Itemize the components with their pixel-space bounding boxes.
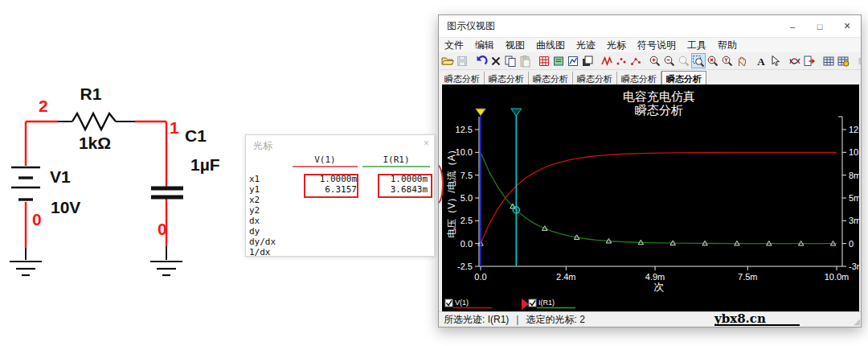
cursor-value-v1	[293, 247, 360, 257]
y-left-tick-label: -2.5	[457, 262, 473, 271]
minimize-button[interactable]: –	[779, 15, 806, 37]
page-properties-icon[interactable]	[551, 53, 566, 68]
resize-grip[interactable]: ◢	[854, 317, 860, 326]
text-icon[interactable]: A	[754, 53, 768, 68]
cursor-value-v1	[293, 205, 360, 216]
x-tick-label: 4.9m	[645, 272, 665, 282]
menu-item-8[interactable]: 帮助	[712, 39, 743, 52]
overlay-icon[interactable]	[580, 53, 595, 68]
y-right-tick-label: 10m	[849, 147, 859, 157]
copy-icon[interactable]	[503, 53, 518, 68]
highlight-box-v1	[304, 174, 358, 198]
cursor-row-1-dx: 1/dx	[249, 247, 432, 257]
select-icon[interactable]	[768, 53, 783, 68]
status-selected-cursor: 选定的光标: 2	[526, 313, 584, 327]
cursor-value-v1	[293, 216, 360, 226]
cursor-flag-icon	[511, 109, 522, 116]
menu-item-6[interactable]: 符号说明	[632, 39, 682, 52]
menu-item-5[interactable]: 光标	[601, 39, 632, 52]
cursor-2[interactable]	[476, 109, 486, 266]
tab-transient-analysis-3[interactable]: 瞬态分析	[529, 72, 573, 84]
menu-item-2[interactable]: 视图	[500, 39, 530, 52]
resistor-value-label: 1kΩ	[79, 134, 111, 152]
menu-item-3[interactable]: 曲线图	[530, 39, 571, 52]
color-swatch-icon	[855, 53, 862, 68]
net-label-1: 1	[170, 118, 179, 137]
y-left-tick-label: 0.0	[461, 239, 473, 249]
net-label-2: 2	[39, 97, 48, 115]
zoom-x-icon[interactable]	[706, 53, 720, 68]
cursor-row-label: dy	[249, 226, 293, 237]
tab-transient-analysis-4[interactable]: 瞬态分析	[573, 72, 617, 84]
y-right-tick-label: 12m	[849, 125, 859, 134]
menu-bar: 文件编辑视图曲线图光迹光标符号说明工具帮助	[439, 38, 861, 52]
status-selected-trace: 所选光迹: I(R1)	[439, 313, 509, 327]
cursor-value-v1	[293, 237, 360, 247]
capacitor-ref-label: C1	[185, 126, 207, 145]
zoom-y-icon[interactable]	[720, 53, 735, 68]
maximize-button[interactable]: □	[806, 15, 833, 37]
legend-label: V(1)	[455, 299, 469, 307]
cursor-row-label: y2	[249, 205, 293, 216]
tab-transient-analysis-2[interactable]: 瞬态分析	[485, 72, 529, 84]
net-label-0-left: 0	[32, 210, 42, 229]
legend-ir1[interactable]: I(R1)	[529, 299, 575, 308]
zoom-area-icon[interactable]	[691, 53, 706, 68]
show-line-points-icon[interactable]	[628, 53, 643, 68]
menu-item-0[interactable]: 文件	[439, 39, 469, 52]
cursor-value-ir1	[360, 226, 431, 237]
tab-bar: 瞬态分析瞬态分析瞬态分析瞬态分析瞬态分析瞬态分析	[439, 70, 861, 84]
open-icon[interactable]	[440, 53, 455, 68]
show-line-icon[interactable]	[600, 53, 614, 68]
x-tick-label: 0.0	[474, 272, 486, 282]
ground-left	[10, 262, 42, 275]
grapher-window: 图示仪视图 – □ ✕ 文件编辑视图曲线图光迹光标符号说明工具帮助 A 瞬态分析…	[438, 14, 862, 327]
status-divider: |	[516, 314, 518, 325]
show-points-icon[interactable]	[614, 53, 628, 68]
y-right-tick-label: 0	[849, 239, 854, 249]
cursor-value-ir1	[360, 216, 431, 226]
watermark: ybx8.cn	[714, 312, 800, 326]
chart-title: 电容充电仿真	[623, 89, 695, 103]
menu-item-4[interactable]: 光迹	[571, 39, 601, 52]
cursor-row-label: y1	[249, 184, 293, 195]
cursor-panel-title: 光标	[253, 139, 272, 153]
circuit-schematic: R1 1kΩ C1 1µF V1 10V 2 1 0 0	[8, 72, 241, 286]
y-left-tick-label: 12.5	[456, 125, 473, 134]
selected-trace-arrow-icon	[522, 299, 529, 310]
close-icon[interactable]: ×	[424, 138, 429, 149]
zoom-in-icon[interactable]	[648, 53, 662, 68]
net-label-0-right: 0	[158, 220, 167, 238]
export-excel-icon[interactable]	[836, 53, 850, 68]
menu-item-7[interactable]: 工具	[682, 39, 712, 52]
overlay-traces-icon[interactable]	[788, 53, 802, 68]
y-left-tick-label: 10.0	[456, 147, 473, 157]
cursor-row-label: x1	[249, 174, 293, 184]
close-button[interactable]: ✕	[833, 15, 861, 37]
cursor-1[interactable]	[511, 109, 522, 266]
schematic-svg: R1 1kΩ C1 1µF V1 10V 2 1 0 0	[8, 72, 241, 286]
highlight-box-ir1	[378, 174, 432, 198]
export-graph-icon[interactable]	[802, 53, 817, 68]
grid-icon[interactable]	[537, 53, 551, 68]
tab-transient-analysis-5[interactable]: 瞬态分析	[617, 72, 661, 84]
tab-transient-analysis-1[interactable]: 瞬态分析	[440, 72, 485, 84]
menu-item-1[interactable]: 编辑	[469, 39, 500, 52]
undo-icon[interactable]	[474, 53, 489, 68]
battery-symbol[interactable]	[11, 167, 40, 200]
cursor-row-y2: y2	[249, 205, 432, 216]
tab-transient-analysis-6[interactable]: 瞬态分析	[661, 71, 706, 84]
y-left-tick-label: 7.5	[461, 171, 473, 180]
legend-label: I(R1)	[538, 299, 555, 307]
zoom-out-icon[interactable]	[662, 53, 677, 68]
cursor-flag-icon	[476, 109, 486, 116]
pan-icon[interactable]	[735, 53, 749, 68]
legend-v1[interactable]: V(1)	[445, 299, 492, 308]
capacitor-symbol[interactable]	[151, 188, 183, 197]
graph-properties-icon[interactable]	[566, 53, 580, 68]
delete-icon[interactable]	[489, 53, 503, 68]
resistor-symbol[interactable]	[72, 113, 116, 130]
export-table-icon[interactable]	[821, 53, 836, 68]
y-left-tick-label: 2.5	[461, 216, 473, 225]
title-bar[interactable]: 图示仪视图 – □ ✕	[439, 15, 861, 38]
